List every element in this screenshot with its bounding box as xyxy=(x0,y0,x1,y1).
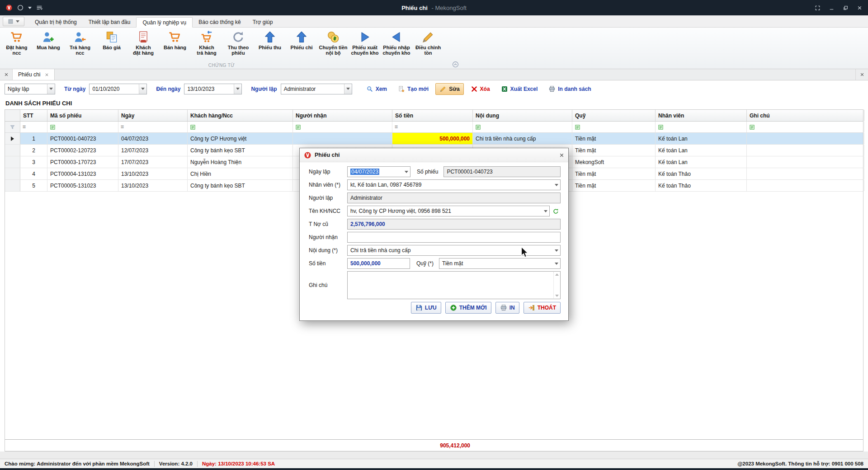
ribbon-tab-3[interactable]: Quản lý nghiệp vụ xyxy=(136,17,193,28)
ghi-chu-textarea[interactable] xyxy=(347,271,561,299)
delete-button[interactable]: Xóa xyxy=(467,83,494,95)
tab-phieu-chi[interactable]: Phiếu chi xyxy=(13,69,55,80)
add-new-button[interactable]: THÊM MỚI xyxy=(445,302,491,314)
row-indicator xyxy=(5,168,20,179)
toolbar-button-tra-hang-ncc[interactable]: Trả hàngncc xyxy=(64,28,96,61)
filter-field-select[interactable]: Ngày lập xyxy=(5,84,55,94)
loop-icon xyxy=(231,30,245,44)
quick-access-circle-icon[interactable] xyxy=(17,4,24,11)
so-phieu-input[interactable]: PCT00001-040723 xyxy=(443,166,561,177)
toolbar-button-ban-hang[interactable]: Bán hàng xyxy=(159,28,191,61)
cell-quy: Tiền mặt xyxy=(572,145,656,156)
create-new-button[interactable]: Tạo mới xyxy=(394,83,433,95)
close-all-tabs-button[interactable] xyxy=(0,69,13,80)
quy-select[interactable]: Tiền mặt xyxy=(439,258,561,269)
ribbon-collapse-button[interactable] xyxy=(452,61,459,68)
save-button[interactable]: LƯU xyxy=(411,302,441,314)
ngay-lap-input[interactable]: 04/07/2023 xyxy=(347,166,410,177)
ribbon-tab-5[interactable]: Trợ giúp xyxy=(247,17,279,27)
toolbar-button-phieu-nhap-chuyen-kho[interactable]: Phiếu nhậpchuyển kho xyxy=(381,28,412,61)
close-window-button[interactable] xyxy=(857,5,863,11)
print-button[interactable]: IN xyxy=(495,302,519,314)
toolbar-button-phieu-xuat-chuyen-kho[interactable]: Phiếu xuấtchuyển kho xyxy=(349,28,381,61)
toolbar-button-thu-theo-phieu[interactable]: Thu theophiếu xyxy=(222,28,254,61)
toolbar-button-khach-dat-hang[interactable]: Kháchđặt hàng xyxy=(127,28,159,61)
toolbar-button-phieu-chi[interactable]: Phiếu chi xyxy=(286,28,317,61)
close-active-tab-button[interactable] xyxy=(855,69,868,80)
filter-cell-ma_so_phieu[interactable] xyxy=(47,122,118,132)
ribbon-tab-4[interactable]: Báo cáo thống kê xyxy=(193,17,246,27)
exit-button[interactable]: THOÁT xyxy=(524,302,561,314)
cell-khach_hang: Công ty bánh kẹo SBT xyxy=(188,180,293,191)
print-list-button[interactable]: In danh sách xyxy=(544,83,595,95)
toolbar-button-phieu-thu[interactable]: Phiếu thu xyxy=(254,28,286,61)
filter-cell-quy[interactable] xyxy=(572,122,656,132)
column-header-ma_so_phieu[interactable]: Mã số phiếu xyxy=(47,110,118,121)
cell-ngay: 13/10/2023 xyxy=(118,168,188,179)
doc-order-icon xyxy=(137,30,150,44)
to-date-input[interactable]: 13/10/2023 xyxy=(184,84,242,94)
maximize-button[interactable] xyxy=(843,5,849,11)
filter-cell-nhan_vien[interactable] xyxy=(656,122,747,132)
cell-ngay: 12/07/2023 xyxy=(118,145,188,156)
window-title-text: Phiếu chi xyxy=(401,5,428,11)
table-row-1[interactable]: 1PCT00001-04072304/07/2023Công ty CP Hươ… xyxy=(5,133,863,145)
quick-access-caret-icon[interactable] xyxy=(28,7,32,9)
refresh-customer-button[interactable] xyxy=(551,206,561,216)
filter-cell-so_tien[interactable]: = xyxy=(392,122,473,132)
no-cu-input: 2,576,796,000 xyxy=(347,219,561,230)
toolbar-button-bao-gia[interactable]: Báo giá xyxy=(96,28,127,61)
filter-cell-ngay[interactable]: = xyxy=(118,122,188,132)
ten-kh-select[interactable]: hv, Công ty CP Hương việt, 0956 898 521 xyxy=(347,206,550,216)
creator-select[interactable]: Administrator xyxy=(281,84,352,94)
ribbon-tab-2[interactable]: Thiết lập ban đầu xyxy=(83,17,137,27)
noi-dung-select[interactable]: Chi trả tiền nhà cung cấp xyxy=(347,245,561,256)
nguoi-nhan-input[interactable] xyxy=(347,232,561,243)
edit-button[interactable]: Sửa xyxy=(435,83,463,95)
scrollbar[interactable] xyxy=(553,272,560,298)
cell-nguoi_nhan xyxy=(293,133,392,144)
dialog-close-button[interactable] xyxy=(559,153,564,158)
column-header-ngay[interactable]: Ngày xyxy=(118,110,188,121)
filter-cell-khach_hang[interactable] xyxy=(188,122,293,132)
from-date-input[interactable]: 01/10/2020 xyxy=(89,84,147,94)
arrow-up-icon xyxy=(295,30,308,44)
toolbar-button-label: Kháchđặt hàng xyxy=(133,45,154,56)
grid-corner-cell xyxy=(5,110,20,121)
filter-cell-ghi_chu[interactable] xyxy=(747,122,864,132)
toolbar-button-chuyen-tien-noi-bo[interactable]: Chuyển tiềnnội bộ xyxy=(317,28,349,61)
minimize-button[interactable] xyxy=(829,5,835,11)
ribbon-tab-1[interactable]: Quản trị hệ thống xyxy=(29,17,83,27)
view-button[interactable]: Xem xyxy=(362,83,391,95)
toolbar-button-dieu-chinh-ton[interactable]: Điều chỉnh tồn xyxy=(412,28,444,61)
so-tien-input[interactable]: 500,000,000 xyxy=(347,258,410,269)
export-excel-button[interactable]: Xuất Excel xyxy=(497,83,542,95)
toolbar-button-khach-tra-hang[interactable]: Kháchtrả hàng xyxy=(191,28,222,61)
app-menu-button[interactable] xyxy=(3,17,24,26)
column-header-nguoi_nhan[interactable]: Người nhận xyxy=(293,110,392,121)
toolbar-button-mua-hang[interactable]: Mua hàng xyxy=(33,28,64,61)
column-header-noi_dung[interactable]: Nội dung xyxy=(473,110,572,121)
column-header-ghi_chu[interactable]: Ghi chú xyxy=(747,110,864,121)
toolbar-button-label: Kháchtrả hàng xyxy=(197,45,216,56)
filter-cell-noi_dung[interactable] xyxy=(473,122,572,132)
save-icon xyxy=(415,304,423,311)
close-tab-icon[interactable] xyxy=(45,73,49,77)
cell-stt: 4 xyxy=(20,168,47,179)
dialog-titlebar[interactable]: Phiếu chi xyxy=(300,148,568,162)
toolbar-button-dat-hang-ncc[interactable]: Đặt hàngncc xyxy=(1,28,33,61)
window-title: Phiếu chi - MekongSoft xyxy=(0,5,868,11)
column-header-khach_hang[interactable]: Khách hàng/Ncc xyxy=(188,110,293,121)
column-header-quy[interactable]: Quỹ xyxy=(572,110,656,121)
equals-filter-icon: = xyxy=(23,124,26,130)
fullscreen-button[interactable] xyxy=(815,5,821,11)
column-header-stt[interactable]: STT xyxy=(20,110,47,121)
column-header-nhan_vien[interactable]: Nhân viên xyxy=(656,110,747,121)
toolbar-customize-icon[interactable] xyxy=(36,4,43,11)
nguoi-lap-input[interactable]: Administrator xyxy=(347,193,561,203)
nhan-vien-select[interactable]: kt, Kế toán Lan, 0987 456789 xyxy=(347,179,561,190)
so-tien-label: Số tiền xyxy=(309,260,347,267)
filter-cell-nguoi_nhan[interactable] xyxy=(293,122,392,132)
filter-cell-stt[interactable]: = xyxy=(20,122,47,132)
column-header-so_tien[interactable]: Số tiền xyxy=(392,110,473,121)
